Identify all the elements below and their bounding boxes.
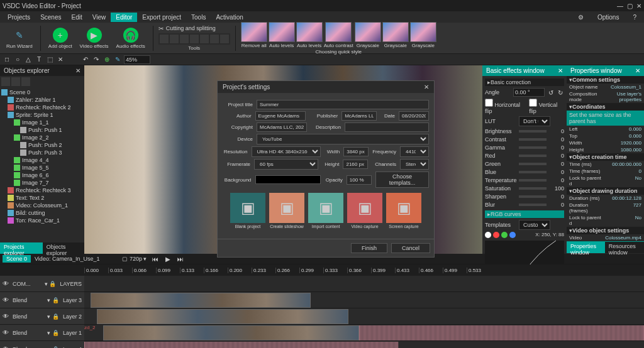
choose-template-button[interactable]: Choose templats...	[375, 171, 429, 188]
left-tab[interactable]: Objects explorer	[43, 242, 84, 254]
eye-icon[interactable]: 👁	[3, 313, 9, 320]
timeline-clip[interactable]	[91, 293, 311, 308]
timeline-track[interactable]: zd_2	[84, 325, 644, 341]
tree-item[interactable]: Ton: Race_Car_1	[1, 217, 83, 224]
publisher-input[interactable]	[341, 111, 377, 121]
prop-row[interactable]: Left0.000	[567, 126, 644, 133]
close-icon[interactable]: ✕	[636, 3, 641, 9]
menu-projects[interactable]: Projects	[3, 13, 35, 22]
copyright-input[interactable]	[257, 122, 307, 132]
width-input[interactable]	[343, 147, 369, 156]
bg-color-swatch[interactable]	[255, 175, 321, 184]
vflip-checkbox[interactable]: Vertical flip	[529, 99, 564, 114]
run-wizard-button[interactable]: ✎ Run Wizard	[4, 26, 35, 50]
tree-tool[interactable]	[1, 77, 10, 86]
device-select[interactable]: YouTube	[257, 134, 429, 144]
timeline-clip[interactable]	[97, 309, 348, 324]
date-input[interactable]	[399, 111, 429, 121]
tree-item[interactable]: Image 2_2	[1, 134, 83, 141]
green-slider[interactable]	[519, 163, 547, 165]
tool-btn[interactable]	[210, 35, 219, 43]
hflip-checkbox[interactable]: Horizontal flip	[485, 99, 526, 114]
finish-button[interactable]: Finish	[351, 243, 387, 253]
track-head[interactable]: 👁Blend▾ 🔒Layer 1	[0, 325, 84, 341]
video-effects-button[interactable]: ▶ Video effects	[77, 26, 111, 50]
help-icon[interactable]: ?	[628, 13, 641, 22]
color-white[interactable]	[485, 232, 491, 238]
res-select[interactable]: Ultra HD 4K 3840x2160 pixels (16	[252, 146, 321, 157]
timeline-waveform[interactable]	[84, 342, 399, 348]
timeline-track[interactable]	[84, 308, 644, 325]
prop-row[interactable]: VideoColosseum.mp4	[567, 234, 644, 241]
same-size-button[interactable]: Set the same size as the parent has	[567, 111, 644, 126]
slim-btn[interactable]: ⊕	[103, 55, 111, 64]
tree-item[interactable]: Sprite: Sprite 1	[1, 111, 83, 119]
next-icon[interactable]: ⏭	[176, 254, 185, 263]
tree-item[interactable]: Push: Push 3	[1, 149, 83, 156]
tree-tool[interactable]	[11, 77, 20, 86]
cutting-splitting-button[interactable]: ✂ Cutting and splitting	[158, 25, 230, 32]
menu-tools[interactable]: Tools	[186, 13, 211, 22]
timeline-track[interactable]	[84, 276, 644, 292]
add-object-button[interactable]: + Add object	[46, 26, 75, 50]
tool-btn[interactable]	[220, 35, 229, 43]
tree-item[interactable]: Image 4_4	[1, 156, 83, 164]
prev-icon[interactable]: ⏮	[151, 254, 160, 263]
tree-item[interactable]: Image 7_7	[1, 179, 83, 187]
track-head[interactable]: 👁Blend▾ 🔒Layer 3	[0, 292, 84, 308]
tree-tool[interactable]	[21, 77, 30, 86]
author-input[interactable]	[255, 111, 306, 121]
menu-edit[interactable]: Edit	[66, 13, 87, 22]
quickstyle-auto-levels[interactable]: Auto levels	[296, 22, 323, 48]
rotate-cw-icon[interactable]: ↻	[557, 88, 564, 97]
tree-item[interactable]: Image 1_1	[1, 119, 83, 126]
prop-row[interactable]: Duration (frames)727	[567, 202, 644, 214]
timeline-clip[interactable]	[103, 325, 359, 340]
tree-item[interactable]: Image 6_6	[1, 171, 83, 179]
track-head[interactable]: 👁Blend▾ 🔒Layer 2	[0, 308, 84, 325]
prop-row[interactable]: Composition modeUse layer's properties	[567, 90, 644, 103]
prop-row[interactable]: Top0.000	[567, 133, 644, 139]
tree-item[interactable]: Video: Colosseum_1	[1, 202, 83, 209]
prop-row[interactable]: Lock to parent dNo	[567, 175, 644, 187]
prop-section-head[interactable]: ▾ Coordinates	[567, 103, 644, 111]
scene-tab[interactable]: Scene 0	[3, 255, 31, 263]
contrast-slider[interactable]	[519, 138, 547, 141]
prop-tab[interactable]: Resources window	[605, 242, 644, 253]
basic-correction-head[interactable]: ▸ Basic correction	[485, 79, 564, 86]
quickstyle-remove-all[interactable]: Remove all	[241, 22, 267, 48]
track-head[interactable]: 👁Blend▾ 🔒Layer 4	[0, 341, 84, 348]
panel-close-icon[interactable]: ✕	[558, 67, 563, 74]
play-icon[interactable]: ▶	[164, 254, 172, 263]
prop-section-head[interactable]: ▾ Object drawing duration	[567, 187, 644, 195]
eye-icon[interactable]: 👁	[3, 345, 9, 348]
color-red[interactable]	[493, 232, 499, 238]
menu-editor[interactable]: Editor	[111, 13, 137, 22]
prop-row[interactable]: Time (ms)00:00:00.000	[567, 161, 644, 168]
tool-btn[interactable]	[170, 35, 179, 43]
audio-effects-button[interactable]: 🎧 Audio effects	[114, 26, 148, 50]
quickstyle-grayscale[interactable]: Grayscale	[382, 22, 409, 48]
templates-select[interactable]: Custom	[519, 220, 550, 230]
prop-section-head[interactable]: ▾ Object creation time	[567, 153, 644, 161]
tool-btn[interactable]	[200, 35, 209, 43]
rgb-curves-head[interactable]: ▸ RGB curves	[485, 210, 564, 218]
zoom-value[interactable]: 45%	[124, 55, 150, 64]
slim-btn[interactable]: ○	[13, 55, 22, 64]
tool-btn[interactable]	[160, 35, 169, 43]
temperature-slider[interactable]	[519, 179, 547, 182]
prop-row[interactable]: Width1920.000	[567, 139, 644, 146]
prop-row[interactable]: Object nameColosseum_1	[567, 84, 644, 90]
tree-item[interactable]: Zähler: Zähler 1	[1, 96, 83, 104]
sharpen-slider[interactable]	[519, 195, 547, 198]
prop-tab[interactable]: Properties window	[567, 242, 605, 253]
proj-title-input[interactable]	[257, 100, 429, 109]
slim-btn[interactable]: ↷	[92, 55, 101, 64]
quickstyle-auto-levels[interactable]: Auto levels	[269, 22, 295, 48]
angle-input[interactable]	[513, 88, 545, 97]
slim-btn[interactable]: △	[24, 55, 33, 64]
gamma-slider[interactable]	[519, 146, 547, 149]
tree-item[interactable]: Push: Push 1	[1, 126, 83, 134]
tree-item[interactable]: Rechteck: Rechteck 3	[1, 187, 83, 194]
maximize-icon[interactable]: ▢	[627, 3, 633, 9]
